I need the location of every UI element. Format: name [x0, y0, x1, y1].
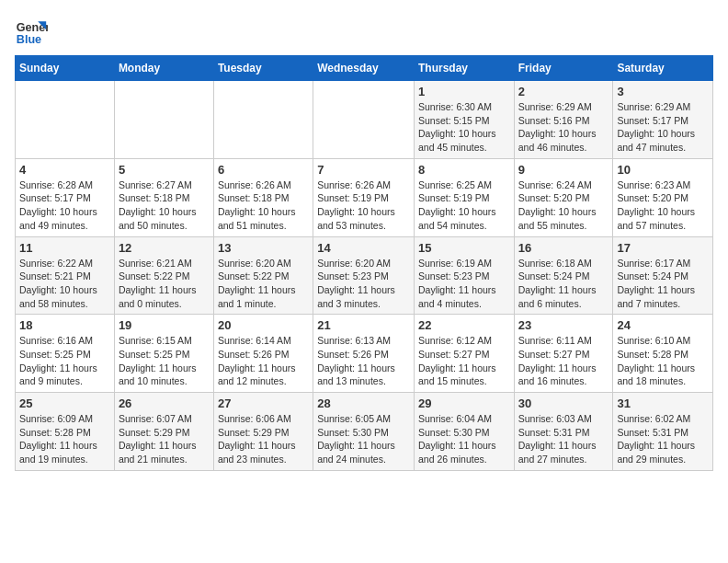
- calendar-cell: 25Sunrise: 6:09 AMSunset: 5:28 PMDayligh…: [16, 393, 115, 471]
- day-info: Sunrise: 6:18 AMSunset: 5:24 PMDaylight:…: [518, 257, 609, 311]
- day-info: Sunrise: 6:06 AMSunset: 5:29 PMDaylight:…: [218, 412, 309, 466]
- calendar-cell: [16, 81, 115, 159]
- calendar-cell: 13Sunrise: 6:20 AMSunset: 5:22 PMDayligh…: [213, 236, 313, 315]
- calendar-cell: 14Sunrise: 6:20 AMSunset: 5:23 PMDayligh…: [313, 236, 415, 315]
- calendar-cell: 29Sunrise: 6:04 AMSunset: 5:30 PMDayligh…: [414, 393, 514, 471]
- day-number: 28: [317, 396, 410, 410]
- day-number: 20: [218, 318, 309, 332]
- day-number: 7: [317, 163, 410, 177]
- calendar-cell: 15Sunrise: 6:19 AMSunset: 5:23 PMDayligh…: [414, 236, 514, 315]
- weekday-header-tuesday: Tuesday: [213, 56, 313, 81]
- day-info: Sunrise: 6:19 AMSunset: 5:23 PMDaylight:…: [418, 257, 510, 311]
- calendar-cell: 5Sunrise: 6:27 AMSunset: 5:18 PMDaylight…: [114, 158, 213, 236]
- day-number: 14: [317, 241, 410, 255]
- day-info: Sunrise: 6:29 AMSunset: 5:17 PMDaylight:…: [617, 100, 709, 155]
- day-number: 16: [518, 241, 609, 255]
- logo: General Blue: [15, 15, 51, 48]
- day-number: 25: [19, 396, 110, 410]
- day-number: 11: [19, 241, 110, 255]
- day-number: 4: [19, 163, 110, 177]
- day-info: Sunrise: 6:14 AMSunset: 5:26 PMDaylight:…: [218, 334, 309, 388]
- day-info: Sunrise: 6:11 AMSunset: 5:27 PMDaylight:…: [518, 334, 609, 388]
- day-info: Sunrise: 6:12 AMSunset: 5:27 PMDaylight:…: [418, 334, 510, 388]
- calendar-cell: 10Sunrise: 6:23 AMSunset: 5:20 PMDayligh…: [613, 158, 713, 236]
- day-number: 26: [119, 396, 210, 410]
- weekday-header-row: SundayMondayTuesdayWednesdayThursdayFrid…: [16, 56, 713, 81]
- calendar-cell: 1Sunrise: 6:30 AMSunset: 5:15 PMDaylight…: [414, 81, 514, 159]
- calendar-cell: 11Sunrise: 6:22 AMSunset: 5:21 PMDayligh…: [16, 236, 115, 315]
- calendar-cell: 23Sunrise: 6:11 AMSunset: 5:27 PMDayligh…: [514, 315, 613, 393]
- day-number: 5: [119, 163, 210, 177]
- day-info: Sunrise: 6:05 AMSunset: 5:30 PMDaylight:…: [317, 412, 410, 466]
- calendar-cell: 21Sunrise: 6:13 AMSunset: 5:26 PMDayligh…: [313, 315, 415, 393]
- day-info: Sunrise: 6:30 AMSunset: 5:15 PMDaylight:…: [418, 100, 510, 155]
- day-info: Sunrise: 6:17 AMSunset: 5:24 PMDaylight:…: [617, 257, 709, 311]
- header: General Blue: [15, 15, 713, 48]
- day-info: Sunrise: 6:16 AMSunset: 5:25 PMDaylight:…: [19, 334, 110, 388]
- day-info: Sunrise: 6:20 AMSunset: 5:22 PMDaylight:…: [218, 257, 309, 311]
- logo-icon: General Blue: [15, 15, 48, 48]
- day-info: Sunrise: 6:28 AMSunset: 5:17 PMDaylight:…: [19, 178, 110, 233]
- day-number: 29: [418, 396, 510, 410]
- day-info: Sunrise: 6:09 AMSunset: 5:28 PMDaylight:…: [19, 412, 110, 466]
- calendar-cell: 20Sunrise: 6:14 AMSunset: 5:26 PMDayligh…: [213, 315, 313, 393]
- day-info: Sunrise: 6:26 AMSunset: 5:18 PMDaylight:…: [218, 178, 309, 233]
- day-number: 30: [518, 396, 609, 410]
- weekday-header-saturday: Saturday: [613, 56, 713, 81]
- calendar-cell: 6Sunrise: 6:26 AMSunset: 5:18 PMDaylight…: [213, 158, 313, 236]
- day-number: 19: [119, 318, 210, 332]
- calendar-cell: 26Sunrise: 6:07 AMSunset: 5:29 PMDayligh…: [114, 393, 213, 471]
- day-info: Sunrise: 6:21 AMSunset: 5:22 PMDaylight:…: [119, 257, 210, 311]
- day-info: Sunrise: 6:10 AMSunset: 5:28 PMDaylight:…: [617, 334, 709, 388]
- calendar-table: SundayMondayTuesdayWednesdayThursdayFrid…: [15, 55, 713, 471]
- calendar-cell: 7Sunrise: 6:26 AMSunset: 5:19 PMDaylight…: [313, 158, 415, 236]
- day-info: Sunrise: 6:23 AMSunset: 5:20 PMDaylight:…: [617, 178, 709, 233]
- day-info: Sunrise: 6:20 AMSunset: 5:23 PMDaylight:…: [317, 257, 410, 311]
- weekday-header-friday: Friday: [514, 56, 613, 81]
- calendar-cell: 27Sunrise: 6:06 AMSunset: 5:29 PMDayligh…: [213, 393, 313, 471]
- svg-text:Blue: Blue: [17, 33, 41, 46]
- day-number: 24: [617, 318, 709, 332]
- day-info: Sunrise: 6:02 AMSunset: 5:31 PMDaylight:…: [617, 412, 709, 466]
- day-number: 23: [518, 318, 609, 332]
- day-info: Sunrise: 6:15 AMSunset: 5:25 PMDaylight:…: [119, 334, 210, 388]
- day-info: Sunrise: 6:13 AMSunset: 5:26 PMDaylight:…: [317, 334, 410, 388]
- day-info: Sunrise: 6:24 AMSunset: 5:20 PMDaylight:…: [518, 178, 609, 233]
- calendar-week-row: 1Sunrise: 6:30 AMSunset: 5:15 PMDaylight…: [16, 81, 713, 159]
- weekday-header-wednesday: Wednesday: [313, 56, 415, 81]
- day-info: Sunrise: 6:29 AMSunset: 5:16 PMDaylight:…: [518, 100, 609, 155]
- calendar-cell: [313, 81, 415, 159]
- calendar-cell: 31Sunrise: 6:02 AMSunset: 5:31 PMDayligh…: [613, 393, 713, 471]
- day-number: 21: [317, 318, 410, 332]
- day-number: 31: [617, 396, 709, 410]
- calendar-cell: 17Sunrise: 6:17 AMSunset: 5:24 PMDayligh…: [613, 236, 713, 315]
- calendar-cell: 30Sunrise: 6:03 AMSunset: 5:31 PMDayligh…: [514, 393, 613, 471]
- day-number: 15: [418, 241, 510, 255]
- day-number: 10: [617, 163, 709, 177]
- calendar-cell: 18Sunrise: 6:16 AMSunset: 5:25 PMDayligh…: [16, 315, 115, 393]
- calendar-cell: 19Sunrise: 6:15 AMSunset: 5:25 PMDayligh…: [114, 315, 213, 393]
- day-number: 18: [19, 318, 110, 332]
- day-number: 22: [418, 318, 510, 332]
- day-number: 9: [518, 163, 609, 177]
- calendar-cell: [114, 81, 213, 159]
- day-number: 8: [418, 163, 510, 177]
- calendar-week-row: 25Sunrise: 6:09 AMSunset: 5:28 PMDayligh…: [16, 393, 713, 471]
- day-info: Sunrise: 6:25 AMSunset: 5:19 PMDaylight:…: [418, 178, 510, 233]
- calendar-cell: 28Sunrise: 6:05 AMSunset: 5:30 PMDayligh…: [313, 393, 415, 471]
- day-info: Sunrise: 6:03 AMSunset: 5:31 PMDaylight:…: [518, 412, 609, 466]
- weekday-header-sunday: Sunday: [16, 56, 115, 81]
- calendar-cell: 12Sunrise: 6:21 AMSunset: 5:22 PMDayligh…: [114, 236, 213, 315]
- calendar-cell: 22Sunrise: 6:12 AMSunset: 5:27 PMDayligh…: [414, 315, 514, 393]
- calendar-cell: 8Sunrise: 6:25 AMSunset: 5:19 PMDaylight…: [414, 158, 514, 236]
- day-number: 6: [218, 163, 309, 177]
- weekday-header-monday: Monday: [114, 56, 213, 81]
- day-number: 12: [119, 241, 210, 255]
- day-number: 2: [518, 85, 609, 98]
- day-info: Sunrise: 6:07 AMSunset: 5:29 PMDaylight:…: [119, 412, 210, 466]
- day-info: Sunrise: 6:22 AMSunset: 5:21 PMDaylight:…: [19, 257, 110, 311]
- calendar-cell: 24Sunrise: 6:10 AMSunset: 5:28 PMDayligh…: [613, 315, 713, 393]
- day-info: Sunrise: 6:27 AMSunset: 5:18 PMDaylight:…: [119, 178, 210, 233]
- calendar-week-row: 11Sunrise: 6:22 AMSunset: 5:21 PMDayligh…: [16, 236, 713, 315]
- day-number: 13: [218, 241, 309, 255]
